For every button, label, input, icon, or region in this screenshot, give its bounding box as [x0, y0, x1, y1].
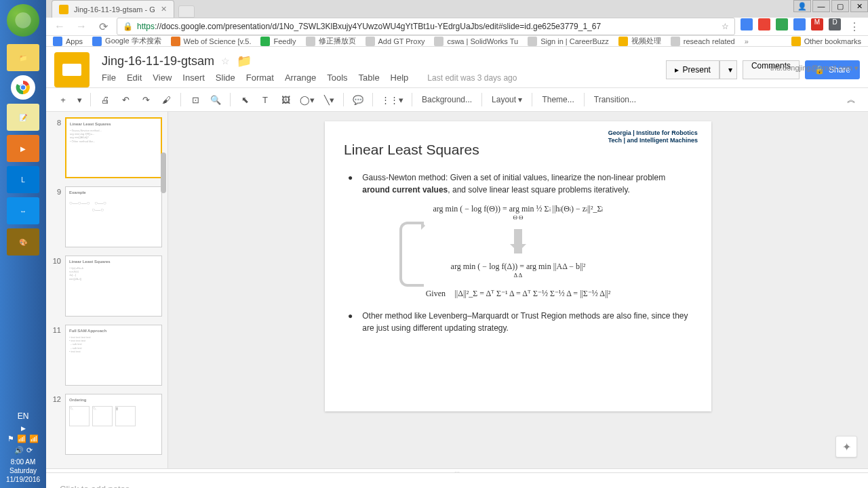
tray-sync-icon[interactable]: ⟳: [26, 446, 33, 455]
transition-button[interactable]: Transition...: [590, 95, 640, 104]
apps-shortcut[interactable]: Apps: [53, 37, 83, 46]
ext-icon-5[interactable]: M: [811, 18, 823, 30]
menu-slide[interactable]: Slide: [216, 73, 235, 83]
theme-button[interactable]: Theme...: [538, 95, 578, 104]
print-icon[interactable]: 🖨: [96, 91, 114, 108]
bookmark-item[interactable]: Add GT Proxy: [366, 37, 425, 46]
menu-table[interactable]: Table: [359, 73, 380, 83]
chrome-menu-icon[interactable]: ⋮: [846, 18, 863, 35]
film-strip[interactable]: 8 Linear Least Squares • Gauss-Newton me…: [46, 112, 168, 468]
menu-insert[interactable]: Insert: [182, 73, 205, 83]
user-email[interactable]: thu.dongjing@gmail.com ▾: [770, 64, 859, 73]
other-bookmarks[interactable]: Other bookmarks: [791, 37, 861, 46]
comment-icon[interactable]: 💬: [349, 91, 367, 108]
menu-tools[interactable]: Tools: [327, 73, 347, 83]
bookmark-item[interactable]: reseach related: [671, 37, 735, 46]
move-folder-icon[interactable]: 📁: [237, 54, 252, 68]
menu-help[interactable]: Help: [391, 73, 409, 83]
close-window-button[interactable]: ✕: [850, 0, 868, 12]
menu-view[interactable]: View: [153, 73, 172, 83]
line-icon[interactable]: ╲▾: [320, 91, 338, 108]
reload-button[interactable]: ⟳: [95, 18, 111, 35]
menu-format[interactable]: Format: [246, 73, 274, 83]
slide-thumbnail-11[interactable]: Full SAM Approach • text text text text•…: [65, 325, 162, 386]
slide-canvas[interactable]: Georgia | Institute for Robotics Tech | …: [325, 121, 711, 411]
bookmarks-overflow-icon[interactable]: »: [745, 37, 749, 45]
clock[interactable]: 8:00 AM Saturday 11/19/2016: [0, 458, 46, 484]
tray-expand-icon[interactable]: ▶: [0, 425, 46, 432]
bookmark-item[interactable]: Web of Science [v.5.: [171, 37, 252, 46]
taskbar-lync-icon[interactable]: L: [7, 166, 39, 193]
present-dropdown[interactable]: ▾: [719, 60, 737, 79]
redo-icon[interactable]: ↷: [137, 91, 155, 108]
language-indicator[interactable]: EN: [0, 411, 46, 421]
tray-signal-icon[interactable]: 📶: [29, 434, 39, 443]
bookmark-item[interactable]: Google 学术搜索: [92, 36, 161, 46]
taskbar-teamviewer-icon[interactable]: ↔: [7, 197, 39, 224]
undo-icon[interactable]: ↶: [117, 91, 134, 108]
tray-flag-icon[interactable]: ⚑: [7, 434, 14, 443]
minimize-button[interactable]: —: [812, 0, 830, 12]
url-input[interactable]: 🔒 https://docs.google.com/presentation/d…: [117, 18, 735, 35]
speaker-notes[interactable]: Click to add notes: [46, 472, 868, 488]
site-info-icon[interactable]: 🔒: [123, 22, 133, 31]
tab-close-icon[interactable]: ✕: [161, 5, 167, 14]
ext-icon-3[interactable]: [776, 18, 788, 30]
ext-icon-1[interactable]: [741, 18, 753, 30]
bookmark-item[interactable]: Feedly: [260, 37, 296, 46]
bookmark-item[interactable]: 视频处理: [618, 36, 661, 46]
layout-button[interactable]: Layout ▾: [488, 95, 526, 104]
select-icon[interactable]: ⬉: [236, 91, 254, 108]
textbox-icon[interactable]: T: [256, 91, 274, 108]
taskbar-notepad-icon[interactable]: 📝: [7, 104, 39, 131]
menu-arrange[interactable]: Arrange: [285, 73, 316, 83]
star-doc-icon[interactable]: ☆: [221, 56, 230, 66]
slides-logo-icon[interactable]: [54, 52, 90, 87]
bookmark-item[interactable]: Sign in | CareerBuzz: [528, 37, 609, 46]
bookmark-item[interactable]: 修正播放页: [306, 36, 356, 46]
align-icon[interactable]: ⋮⋮▾: [378, 91, 406, 108]
present-button[interactable]: ▸Present: [666, 60, 719, 79]
taskbar-gimp-icon[interactable]: 🎨: [7, 228, 39, 256]
start-button[interactable]: [7, 4, 39, 37]
shape-icon[interactable]: ◯▾: [297, 91, 317, 108]
back-button[interactable]: ←: [52, 18, 68, 35]
canvas-area[interactable]: Georgia | Institute for Robotics Tech | …: [168, 112, 868, 468]
tray-network-icon[interactable]: 📶: [17, 434, 26, 443]
ext-icon-6[interactable]: D: [829, 18, 841, 30]
window-user-icon[interactable]: 👤: [793, 0, 811, 12]
filmstrip-scrollbar[interactable]: [161, 152, 166, 193]
ext-icon-2[interactable]: [758, 18, 770, 30]
ext-icon-4[interactable]: [793, 18, 806, 30]
slide-thumbnail-10[interactable]: Linear Least Squares • h(x)=Hx+br=z-h(x)…: [65, 256, 162, 317]
slide-thumbnail-9[interactable]: Example ○—○—○ ○—○ ○—○: [65, 186, 162, 247]
zoom-fit-icon[interactable]: ⊡: [186, 91, 204, 108]
maximize-button[interactable]: ▢: [831, 0, 849, 12]
menu-file[interactable]: File: [102, 73, 116, 83]
background-button[interactable]: Background...: [418, 95, 476, 104]
image-icon[interactable]: 🖼: [277, 91, 294, 108]
svg-point-0: [15, 12, 31, 28]
zoom-icon[interactable]: 🔍: [207, 91, 224, 108]
taskbar-chrome-icon[interactable]: [11, 75, 35, 100]
new-tab-button[interactable]: [178, 5, 195, 18]
collapse-toolbar-icon[interactable]: ︽: [842, 91, 860, 108]
slide-thumbnail-12[interactable]: Ordering ╲╲ ╲╲ ▓: [65, 394, 162, 455]
explore-button[interactable]: ✦: [835, 436, 857, 458]
new-slide-button[interactable]: +: [54, 91, 72, 108]
taskbar-vlc-icon[interactable]: ▶: [7, 135, 39, 162]
menu-bar: File Edit View Insert Slide Format Arran…: [102, 70, 666, 85]
last-edit-text[interactable]: Last edit was 3 days ago: [427, 73, 517, 83]
taskbar-explorer-icon[interactable]: 📁: [7, 44, 39, 71]
forward-button[interactable]: →: [73, 18, 90, 35]
extension-icons: M D ⋮: [741, 18, 863, 35]
menu-edit[interactable]: Edit: [127, 73, 142, 83]
browser-tab[interactable]: Jing-16-11-19-gtsam - G ✕: [52, 0, 174, 18]
new-slide-dropdown[interactable]: ▾: [75, 91, 85, 108]
slide-thumbnail-8[interactable]: Linear Least Squares • Gauss-Newton meth…: [65, 117, 162, 178]
bookmark-item[interactable]: cswa | SolidWorks Tu: [434, 37, 518, 46]
paint-format-icon[interactable]: 🖌: [157, 91, 175, 108]
bookmark-star-icon[interactable]: ☆: [722, 22, 729, 31]
tray-volume-icon[interactable]: 🔊: [14, 446, 24, 455]
doc-title[interactable]: Jing-16-11-19-gtsam: [102, 54, 214, 68]
